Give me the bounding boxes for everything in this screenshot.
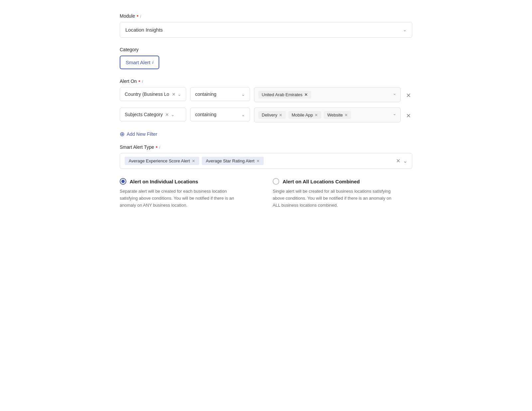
module-info-icon[interactable]: i bbox=[140, 14, 141, 19]
category-label: Category bbox=[120, 47, 412, 52]
category-label-text: Category bbox=[120, 47, 139, 52]
filter-values-box-1[interactable]: United Arab Emirates ✕ ⌄ bbox=[254, 87, 401, 102]
location-individual-desc: Separate alert will be created for each … bbox=[120, 188, 246, 209]
location-option-individual-header: Alert on Individual Locations bbox=[120, 178, 246, 185]
smart-alert-type-box[interactable]: Average Experience Score Alert ✕ Average… bbox=[120, 153, 412, 169]
filter-field-chevron-1: ⌄ bbox=[178, 92, 181, 97]
alert-tag-star-rating: Average Star Rating Alert ✕ bbox=[202, 157, 264, 165]
alert-tag-exp-score-remove[interactable]: ✕ bbox=[192, 159, 195, 163]
add-filter-button[interactable]: ⊕ Add New Filter bbox=[120, 130, 157, 138]
alert-tag-exp-score: Average Experience Score Alert ✕ bbox=[125, 157, 199, 165]
location-individual-label: Alert on Individual Locations bbox=[130, 179, 198, 184]
alert-on-section: Alert On • i Country (Business Lo ✕ ⌄ co… bbox=[120, 79, 412, 140]
location-option-individual: Alert on Individual Locations Separate a… bbox=[120, 178, 246, 209]
filter-tag-mobileapp-remove[interactable]: ✕ bbox=[315, 113, 318, 117]
location-option-combined-header: Alert on All Locations Combined bbox=[273, 178, 399, 185]
filter-row-1: Country (Business Lo ✕ ⌄ containing ⌄ Un… bbox=[120, 87, 412, 102]
filter-operator-value-1: containing bbox=[195, 92, 216, 97]
filter-field-value-1: Country (Business Lo bbox=[125, 92, 169, 97]
filter-tag-website-remove[interactable]: ✕ bbox=[344, 113, 348, 117]
filter-tag-uae-remove[interactable]: ✕ bbox=[304, 92, 308, 97]
filter-operator-chevron-2: ⌄ bbox=[241, 112, 245, 117]
module-select[interactable]: Location Insights ⌄ bbox=[120, 22, 412, 38]
filter-row-2: Subjects Category ✕ ⌄ containing ⌄ Deliv… bbox=[120, 107, 412, 122]
smart-alert-type-chevron-icon[interactable]: ⌄ bbox=[403, 158, 407, 164]
module-section: Module • i Location Insights ⌄ bbox=[120, 13, 412, 38]
location-radio-individual-inner bbox=[121, 180, 125, 183]
filter-operator-select-2[interactable]: containing ⌄ bbox=[190, 107, 250, 121]
alert-on-required-dot: • bbox=[138, 79, 140, 84]
add-filter-plus-icon: ⊕ bbox=[120, 130, 125, 138]
alert-tag-star-rating-remove[interactable]: ✕ bbox=[256, 159, 260, 163]
smart-alert-type-clear-icon[interactable]: ✕ bbox=[396, 158, 400, 164]
category-tag[interactable]: Smart Alert i bbox=[120, 56, 159, 69]
alert-on-label: Alert On • i bbox=[120, 79, 412, 84]
filter-tag-website: Website ✕ bbox=[324, 111, 351, 119]
remove-filter-1[interactable]: ✕ bbox=[405, 89, 412, 102]
filter-tag-website-text: Website bbox=[327, 112, 343, 117]
alert-on-label-text: Alert On bbox=[120, 79, 137, 84]
filter-tag-uae-text: United Arab Emirates bbox=[262, 92, 303, 97]
filter-tag-delivery-text: Delivery bbox=[262, 112, 277, 117]
module-label-text: Module bbox=[120, 13, 135, 19]
smart-alert-type-section: Smart Alert Type • i Average Experience … bbox=[120, 144, 412, 169]
module-chevron-icon: ⌄ bbox=[403, 27, 407, 32]
filter-operator-value-2: containing bbox=[195, 112, 216, 117]
location-options: Alert on Individual Locations Separate a… bbox=[120, 178, 412, 209]
filter-tag-mobileapp-text: Mobile App bbox=[292, 112, 313, 117]
location-radio-individual[interactable] bbox=[120, 178, 126, 185]
smart-alert-type-info-icon[interactable]: i bbox=[159, 145, 160, 150]
filter-operator-chevron-1: ⌄ bbox=[241, 92, 245, 97]
smart-alert-type-label-text: Smart Alert Type bbox=[120, 144, 154, 150]
filter-tag-delivery-remove[interactable]: ✕ bbox=[279, 113, 282, 117]
alert-on-info-icon[interactable]: i bbox=[142, 79, 143, 84]
filter-tag-delivery: Delivery ✕ bbox=[258, 111, 286, 119]
category-tag-info-icon[interactable]: i bbox=[152, 60, 153, 65]
remove-filter-2[interactable]: ✕ bbox=[405, 109, 412, 122]
location-radio-combined[interactable] bbox=[273, 178, 279, 185]
filter-field-value-2: Subjects Category bbox=[125, 112, 163, 117]
filter-tag-uae: United Arab Emirates ✕ bbox=[258, 91, 311, 99]
filter-values-chevron-2[interactable]: ⌄ bbox=[393, 111, 396, 116]
filter-values-chevron-1[interactable]: ⌄ bbox=[393, 91, 396, 96]
filter-field-clear-1[interactable]: ✕ bbox=[172, 92, 176, 97]
location-combined-label: Alert on All Locations Combined bbox=[283, 179, 360, 184]
smart-alert-type-label: Smart Alert Type • i bbox=[120, 144, 412, 150]
filter-field-select-2[interactable]: Subjects Category ✕ ⌄ bbox=[120, 107, 186, 121]
category-section: Category Smart Alert i bbox=[120, 47, 412, 69]
location-option-combined: Alert on All Locations Combined Single a… bbox=[273, 178, 399, 209]
filter-tag-mobileapp: Mobile App ✕ bbox=[288, 111, 321, 119]
alert-tag-exp-score-text: Average Experience Score Alert bbox=[129, 158, 190, 163]
filter-field-clear-2[interactable]: ✕ bbox=[165, 112, 169, 117]
module-value: Location Insights bbox=[125, 27, 163, 33]
page-container: Module • i Location Insights ⌄ Category … bbox=[100, 0, 432, 222]
filter-field-select-1[interactable]: Country (Business Lo ✕ ⌄ bbox=[120, 87, 186, 101]
add-filter-label: Add New Filter bbox=[127, 131, 157, 137]
module-label: Module • i bbox=[120, 13, 412, 19]
filter-values-box-2[interactable]: Delivery ✕ Mobile App ✕ Website ✕ ⌄ bbox=[254, 107, 401, 122]
filter-field-chevron-2: ⌄ bbox=[171, 112, 175, 117]
alert-tag-star-rating-text: Average Star Rating Alert bbox=[206, 158, 254, 163]
location-combined-desc: Single alert will be created for all bus… bbox=[273, 188, 399, 209]
smart-alert-type-controls: ✕ ⌄ bbox=[396, 158, 407, 164]
category-tag-text: Smart Alert bbox=[126, 60, 150, 65]
smart-alert-type-required-dot: • bbox=[156, 144, 158, 150]
module-required-dot: • bbox=[137, 13, 139, 19]
filter-operator-select-1[interactable]: containing ⌄ bbox=[190, 87, 250, 101]
